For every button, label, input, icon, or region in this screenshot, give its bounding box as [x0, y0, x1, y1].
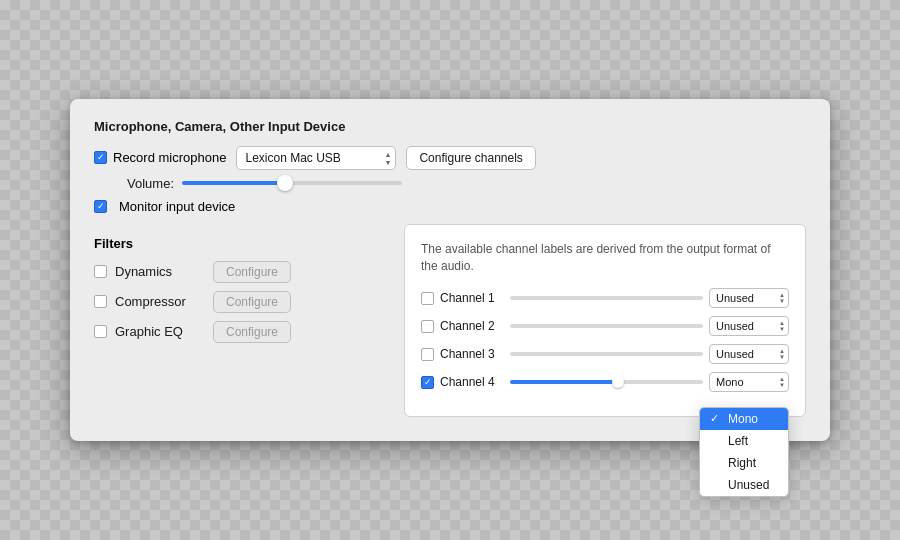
- graphic-eq-label: Graphic EQ: [115, 324, 205, 339]
- dropdown-check-icon: ✓: [710, 412, 722, 425]
- volume-slider-thumb[interactable]: [277, 175, 293, 191]
- dynamics-checkbox[interactable]: [94, 265, 107, 278]
- info-text: The available channel labels are derived…: [421, 241, 789, 275]
- channel-4-select[interactable]: Mono ▲▼: [709, 372, 789, 392]
- main-layout: Filters Dynamics Configure Compressor Co…: [94, 224, 806, 418]
- channel-3-select[interactable]: Unused ▲▼: [709, 344, 789, 364]
- record-microphone-row: Record microphone Lexicon Mac USB ▲ ▼ Co…: [94, 146, 806, 170]
- channel-2-label: Channel 2: [440, 319, 504, 333]
- main-window: Microphone, Camera, Other Input Device R…: [70, 99, 830, 442]
- device-select-arrows: ▲ ▼: [385, 150, 392, 165]
- channel-row-4: Channel 4 Mono ▲▼: [421, 372, 789, 392]
- volume-slider-track[interactable]: [182, 181, 402, 185]
- channel-3-checkbox[interactable]: [421, 348, 434, 361]
- right-panel: The available channel labels are derived…: [404, 224, 806, 418]
- device-select[interactable]: Lexicon Mac USB ▲ ▼: [236, 146, 396, 170]
- dropdown-item-unused[interactable]: Unused: [700, 474, 788, 496]
- volume-row: Volume:: [94, 176, 806, 191]
- filter-row-dynamics: Dynamics Configure: [94, 261, 404, 283]
- configure-channels-button[interactable]: Configure channels: [406, 146, 535, 170]
- channel-1-checkbox[interactable]: [421, 292, 434, 305]
- channel-2-checkbox[interactable]: [421, 320, 434, 333]
- channel-3-slider[interactable]: [510, 352, 703, 356]
- channel-4-label: Channel 4: [440, 375, 504, 389]
- dynamics-label: Dynamics: [115, 264, 205, 279]
- channel-1-slider[interactable]: [510, 296, 703, 300]
- volume-label: Volume:: [94, 176, 174, 191]
- channel-4-select-arrows: ▲▼: [779, 376, 785, 388]
- channel-1-select[interactable]: Unused ▲▼: [709, 288, 789, 308]
- filter-row-graphic-eq: Graphic EQ Configure: [94, 321, 404, 343]
- compressor-label: Compressor: [115, 294, 205, 309]
- graphic-eq-configure-button[interactable]: Configure: [213, 321, 291, 343]
- channel-1-select-arrows: ▲▼: [779, 292, 785, 304]
- monitor-input-row: Monitor input device: [94, 199, 806, 214]
- dropdown-item-mono[interactable]: ✓ Mono: [700, 408, 788, 430]
- channel-3-select-arrows: ▲▼: [779, 348, 785, 360]
- channel-row-2: Channel 2 Unused ▲▼: [421, 316, 789, 336]
- filter-row-compressor: Compressor Configure: [94, 291, 404, 313]
- channel-4-checkbox[interactable]: [421, 376, 434, 389]
- channel-row-3: Channel 3 Unused ▲▼: [421, 344, 789, 364]
- dropdown-item-right[interactable]: Right: [700, 452, 788, 474]
- channel-4-thumb[interactable]: [612, 376, 624, 388]
- channel-4-slider[interactable]: [510, 380, 703, 384]
- monitor-input-checkbox[interactable]: [94, 200, 107, 213]
- compressor-checkbox[interactable]: [94, 295, 107, 308]
- channel-2-select[interactable]: Unused ▲▼: [709, 316, 789, 336]
- channel-2-slider[interactable]: [510, 324, 703, 328]
- channel-dropdown-popup: ✓ Mono Left Right Unused: [699, 407, 789, 497]
- record-microphone-label: Record microphone: [113, 150, 226, 165]
- left-panel: Filters Dynamics Configure Compressor Co…: [94, 224, 404, 418]
- channel-1-label: Channel 1: [440, 291, 504, 305]
- dynamics-configure-button[interactable]: Configure: [213, 261, 291, 283]
- channel-3-label: Channel 3: [440, 347, 504, 361]
- channel-2-select-arrows: ▲▼: [779, 320, 785, 332]
- compressor-configure-button[interactable]: Configure: [213, 291, 291, 313]
- monitor-input-label: Monitor input device: [119, 199, 235, 214]
- dropdown-item-left[interactable]: Left: [700, 430, 788, 452]
- record-microphone-checkbox[interactable]: [94, 151, 107, 164]
- graphic-eq-checkbox[interactable]: [94, 325, 107, 338]
- filters-title: Filters: [94, 236, 404, 251]
- section-title: Microphone, Camera, Other Input Device: [94, 119, 806, 134]
- channel-row-1: Channel 1 Unused ▲▼: [421, 288, 789, 308]
